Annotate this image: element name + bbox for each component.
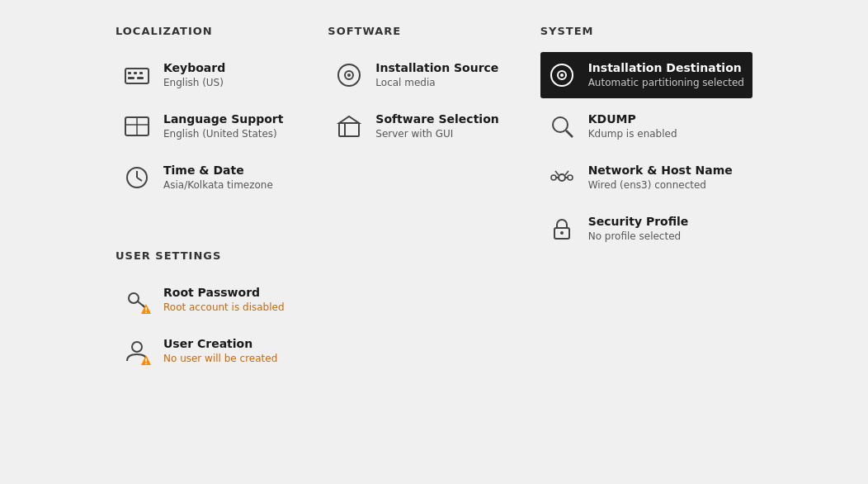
software-selection-subtitle: Server with GUI — [375, 128, 498, 140]
svg-point-31 — [559, 174, 565, 181]
svg-point-17 — [132, 342, 142, 352]
localization-title: LOCALIZATION — [116, 25, 328, 37]
system-section: SYSTEM Installation Destination Automati… — [540, 17, 752, 467]
network-host-item[interactable]: Network & Host Name Wired (ens3) connect… — [540, 154, 752, 201]
user-creation-text: User Creation No user will be created — [163, 336, 277, 364]
svg-point-37 — [560, 231, 564, 235]
user-creation-title: User Creation — [163, 336, 277, 351]
root-password-warning-icon: ! — [140, 303, 152, 315]
time-date-text: Time & Date Asia/Kolkata timezone — [163, 163, 273, 191]
software-selection-title: Software Selection — [375, 112, 498, 126]
keyboard-title: Keyboard — [163, 60, 225, 75]
installation-source-title: Installation Source — [375, 60, 498, 75]
svg-rect-0 — [125, 69, 149, 83]
svg-point-22 — [347, 74, 351, 77]
time-date-item[interactable]: Time & Date Asia/Kolkata timezone — [116, 154, 328, 201]
software-selection-item[interactable]: Software Selection Server with GUI — [328, 103, 540, 149]
user-creation-item[interactable]: ! User Creation No user will be created — [116, 328, 328, 374]
svg-marker-24 — [339, 116, 359, 123]
main-container: LOCALIZATION Keyboard English (US) — [0, 0, 868, 484]
language-support-text: Language Support English (United States) — [163, 112, 283, 140]
installation-source-text: Installation Source Local media — [375, 60, 498, 88]
installation-destination-subtitle: Automatic partitioning selected — [588, 77, 744, 88]
root-password-item[interactable]: ! Root Password Root account is disabled — [116, 277, 328, 323]
kdump-item[interactable]: KDUMP Kdump is enabled — [540, 103, 752, 149]
svg-rect-1 — [128, 72, 131, 74]
network-icon — [547, 163, 577, 192]
svg-point-12 — [129, 293, 139, 303]
clock-icon — [122, 163, 152, 192]
svg-text:!: ! — [144, 307, 148, 315]
root-password-title: Root Password — [163, 285, 285, 300]
time-date-subtitle: Asia/Kolkata timezone — [163, 179, 273, 191]
lock-icon — [547, 214, 577, 244]
network-host-text: Network & Host Name Wired (ens3) connect… — [588, 163, 733, 191]
installation-destination-text: Installation Destination Automatic parti… — [588, 60, 744, 88]
system-title: SYSTEM — [540, 25, 752, 37]
security-profile-title: Security Profile — [588, 214, 689, 229]
language-support-item[interactable]: Language Support English (United States) — [116, 103, 328, 149]
svg-rect-3 — [139, 72, 143, 74]
package-icon — [334, 112, 364, 141]
installation-destination-item[interactable]: Installation Destination Automatic parti… — [540, 52, 752, 98]
svg-line-30 — [566, 130, 573, 137]
svg-rect-5 — [137, 77, 144, 79]
security-profile-subtitle: No profile selected — [588, 230, 689, 242]
language-icon — [122, 112, 152, 141]
user-creation-warning-icon: ! — [140, 354, 152, 366]
kdump-title: KDUMP — [588, 112, 677, 126]
kdump-text: KDUMP Kdump is enabled — [588, 112, 677, 140]
key-icon: ! — [122, 285, 152, 315]
svg-rect-23 — [339, 123, 359, 136]
installation-source-item[interactable]: Installation Source Local media — [328, 52, 540, 98]
svg-text:!: ! — [144, 358, 148, 366]
keyboard-icon — [122, 60, 152, 90]
svg-rect-2 — [134, 72, 137, 74]
installation-destination-title: Installation Destination — [588, 60, 744, 75]
localization-section: LOCALIZATION Keyboard English (US) — [116, 17, 328, 467]
svg-point-28 — [560, 74, 564, 77]
kdump-subtitle: Kdump is enabled — [588, 128, 677, 140]
network-host-subtitle: Wired (ens3) connected — [588, 179, 733, 191]
svg-line-11 — [137, 178, 142, 181]
language-support-title: Language Support — [163, 112, 283, 126]
svg-point-32 — [551, 175, 556, 180]
user-settings-title: USER SETTINGS — [116, 249, 328, 262]
svg-point-33 — [568, 175, 573, 180]
svg-point-29 — [553, 117, 568, 132]
installation-source-subtitle: Local media — [375, 77, 498, 88]
search-icon — [547, 112, 577, 141]
security-profile-item[interactable]: Security Profile No profile selected — [540, 206, 752, 252]
keyboard-text: Keyboard English (US) — [163, 60, 225, 88]
time-date-title: Time & Date — [163, 163, 273, 178]
software-selection-text: Software Selection Server with GUI — [375, 112, 498, 140]
keyboard-subtitle: English (US) — [163, 77, 225, 88]
root-password-text: Root Password Root account is disabled — [163, 285, 285, 313]
network-host-title: Network & Host Name — [588, 163, 733, 178]
language-support-subtitle: English (United States) — [163, 128, 283, 140]
security-profile-text: Security Profile No profile selected — [588, 214, 689, 242]
user-creation-subtitle: No user will be created — [163, 353, 277, 364]
disc-icon — [334, 60, 364, 90]
keyboard-item[interactable]: Keyboard English (US) — [116, 52, 328, 98]
root-password-subtitle: Root account is disabled — [163, 301, 285, 313]
svg-rect-4 — [128, 77, 134, 79]
user-icon: ! — [122, 336, 152, 366]
installation-destination-icon — [547, 60, 577, 90]
software-title: SOFTWARE — [328, 25, 540, 37]
software-section: SOFTWARE Installation Source Local media — [328, 17, 540, 467]
